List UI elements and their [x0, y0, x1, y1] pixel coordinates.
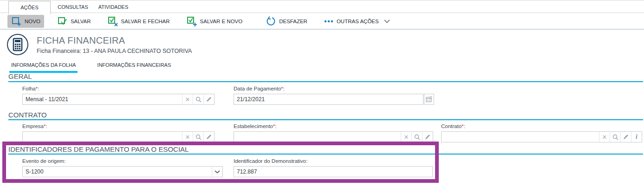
identificador-demonstrativo-label: Identificador do Demonstrativo: [234, 158, 307, 164]
empresa-label: Empresa*: [22, 123, 47, 129]
identificador-demonstrativo-input[interactable]: 712.887 [234, 166, 433, 177]
ribbon-tab-atividades[interactable]: ATIVIDADES [96, 1, 131, 13]
section-divider-esocial [8, 154, 643, 155]
chevron-down-icon[interactable] [212, 167, 222, 177]
ribbon-tab-consultas[interactable]: CONSULTAS [57, 1, 89, 13]
more-dots-icon [324, 20, 333, 23]
search-icon[interactable] [610, 132, 620, 142]
evento-origem-label: Evento de origem: [22, 158, 65, 164]
action-toolbar: NOVO SALVAR SALVAR E FECHAR SALVAR E NOV… [0, 13, 644, 30]
clear-icon[interactable]: ✕ [401, 132, 411, 142]
salvar-label: SALVAR [71, 19, 91, 24]
section-title-geral: GERAL [8, 72, 32, 80]
calculator-icon [7, 33, 29, 56]
pencil-icon[interactable] [203, 94, 214, 104]
pencil-icon[interactable] [422, 132, 433, 142]
search-icon[interactable] [193, 132, 203, 142]
desfazer-label: DESFAZER [279, 19, 307, 24]
data-pagamento-input[interactable]: 21/12/2021 [234, 94, 423, 105]
new-record-icon [11, 16, 21, 26]
section-title-esocial: IDENTIFICADORES DE PAGAMENTO PARA O ESOC… [8, 145, 189, 153]
section-divider-geral [8, 81, 643, 82]
data-pagamento-label: Data de Pagamento*: [234, 86, 285, 91]
clear-icon[interactable]: ✕ [599, 132, 610, 142]
tab-informacoes-financeiras[interactable]: INFORMAÇÕES FINANCEIRAS [95, 62, 173, 73]
pencil-icon[interactable] [203, 132, 214, 142]
evento-origem-value[interactable]: S-1200 [23, 167, 212, 177]
salvar-e-fechar-label: SALVAR E FECHAR [121, 19, 170, 24]
undo-icon [266, 16, 276, 26]
desfazer-button[interactable]: DESFAZER [262, 15, 311, 28]
contrato-value[interactable] [442, 132, 599, 142]
save-icon [57, 16, 67, 26]
estabelecimento-value[interactable] [234, 132, 401, 142]
record-subtitle: Ficha Financeira: 13 - ANA PAULA CECHINA… [37, 48, 192, 54]
page-tabs: INFORMAÇÕES DA FOLHA INFORMAÇÕES FINANCE… [9, 62, 173, 73]
contrato-label: Contrato*: [441, 123, 465, 129]
salvar-e-novo-button[interactable]: SALVAR E NOVO [183, 15, 247, 28]
tab-informacoes-da-folha[interactable]: INFORMAÇÕES DA FOLHA [9, 62, 78, 73]
folha-lookup-input[interactable]: Mensal - 11/2021 ✕ [22, 94, 215, 105]
save-and-close-icon [108, 16, 118, 26]
app-window: { "ribbon": { "tabs": { "acoes": "AÇÕES"… [0, 0, 644, 187]
clear-icon[interactable]: ✕ [182, 132, 193, 142]
outras-acoes-button[interactable]: OUTRAS AÇÕES [320, 17, 394, 26]
calendar-icon[interactable] [424, 94, 434, 105]
novo-button[interactable]: NOVO [7, 15, 44, 28]
salvar-e-novo-label: SALVAR E NOVO [200, 19, 243, 24]
evento-origem-select[interactable]: S-1200 [22, 166, 223, 177]
ribbon-tab-strip: AÇÕES CONSULTAS ATIVIDADES [0, 0, 644, 13]
save-and-new-icon [187, 16, 197, 26]
salvar-e-fechar-button[interactable]: SALVAR E FECHAR [104, 15, 174, 28]
search-icon[interactable] [411, 132, 422, 142]
folha-label: Folha*: [22, 86, 39, 91]
section-title-contrato: CONTRATO [8, 111, 47, 119]
page-title: FICHA FINANCEIRA [37, 35, 192, 46]
search-icon[interactable] [193, 94, 203, 104]
identificador-demonstrativo-value[interactable]: 712.887 [234, 167, 432, 177]
section-divider-contrato [8, 119, 643, 120]
page-header: FICHA FINANCEIRA Ficha Financeira: 13 - … [7, 33, 192, 56]
empresa-value[interactable] [23, 132, 182, 142]
salvar-button[interactable]: SALVAR [53, 15, 95, 28]
folha-value[interactable]: Mensal - 11/2021 [23, 94, 182, 104]
pencil-icon[interactable] [620, 132, 631, 142]
data-pagamento-value[interactable]: 21/12/2021 [234, 94, 423, 104]
outras-acoes-label: OUTRAS AÇÕES [337, 19, 379, 24]
estabelecimento-label: Estabelecimento*: [234, 123, 277, 129]
info-icon[interactable]: i [631, 132, 642, 142]
clear-icon[interactable]: ✕ [182, 94, 193, 104]
contrato-lookup-input[interactable]: ✕ i [441, 131, 642, 142]
empresa-lookup-input[interactable]: ✕ [22, 131, 215, 142]
estabelecimento-lookup-input[interactable]: ✕ [234, 131, 433, 142]
ribbon-tab-acoes[interactable]: AÇÕES [8, 1, 51, 14]
novo-label: NOVO [25, 19, 40, 24]
chevron-down-icon [384, 19, 390, 23]
